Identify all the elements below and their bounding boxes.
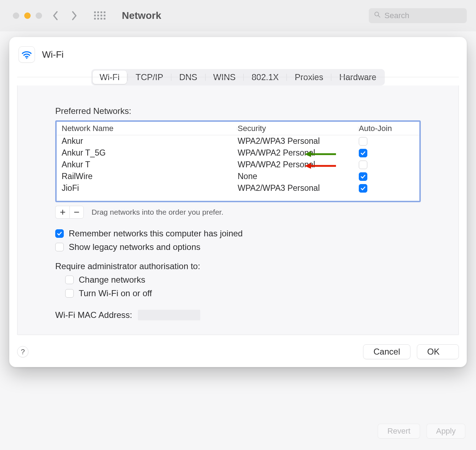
admin-change-networks-checkbox[interactable] bbox=[65, 276, 74, 284]
table-row[interactable]: RailWireNone bbox=[57, 171, 419, 182]
admin-auth-label: Require administrator authorisation to: bbox=[55, 261, 421, 271]
network-security: None bbox=[238, 172, 359, 181]
col-security[interactable]: Security bbox=[238, 124, 359, 133]
wifi-tab-pane: Preferred Networks: Network Name Securit… bbox=[17, 85, 459, 335]
search-icon bbox=[374, 11, 381, 20]
network-name: JioFi bbox=[62, 183, 238, 193]
tab-separator bbox=[128, 74, 128, 81]
svg-point-0 bbox=[375, 12, 379, 16]
tab-dns[interactable]: DNS bbox=[172, 70, 205, 84]
sheet-title: Wi-Fi bbox=[42, 49, 64, 60]
table-row[interactable]: Ankur T_5GWPA/WPA2 Personal bbox=[57, 147, 419, 159]
mac-address-value bbox=[138, 310, 200, 320]
network-name: Ankur bbox=[62, 136, 238, 146]
tab-tcpip[interactable]: TCP/IP bbox=[129, 70, 170, 84]
add-network-button[interactable] bbox=[55, 206, 69, 219]
table-row[interactable]: JioFiWPA2/WPA3 Personal bbox=[57, 182, 419, 194]
cancel-button[interactable]: Cancel bbox=[363, 344, 410, 359]
legacy-networks-checkbox[interactable] bbox=[55, 243, 64, 251]
tab-wins[interactable]: WINS bbox=[206, 70, 243, 84]
network-security: WPA/WPA2 Personal bbox=[238, 148, 359, 158]
tab-separator bbox=[205, 74, 206, 81]
col-network-name[interactable]: Network Name bbox=[62, 124, 238, 133]
network-name: Ankur T bbox=[62, 160, 238, 169]
minimize-traffic-light[interactable] bbox=[24, 12, 31, 19]
window-title: Network bbox=[122, 10, 161, 21]
table-row[interactable]: Ankur TWPA/WPA2 Personal bbox=[57, 159, 419, 171]
autojoin-checkbox[interactable] bbox=[359, 149, 367, 157]
apply-button[interactable]: Apply bbox=[426, 424, 465, 439]
tab-separator bbox=[171, 74, 171, 81]
back-button[interactable] bbox=[51, 9, 61, 22]
preferred-networks-label: Preferred Networks: bbox=[55, 106, 421, 116]
svg-point-2 bbox=[26, 57, 27, 59]
wifi-icon bbox=[19, 46, 35, 63]
tabs: Wi-FiTCP/IPDNSWINS802.1XProxiesHardware bbox=[91, 69, 385, 85]
tab-separator bbox=[286, 74, 287, 81]
admin-toggle-wifi-checkbox[interactable] bbox=[65, 289, 74, 298]
forward-button[interactable] bbox=[69, 9, 79, 22]
table-row[interactable]: AnkurWPA2/WPA3 Personal bbox=[57, 135, 419, 147]
drag-hint: Drag networks into the order you prefer. bbox=[92, 208, 223, 216]
admin-change-networks-label: Change networks bbox=[79, 275, 145, 285]
autojoin-checkbox[interactable] bbox=[359, 172, 367, 181]
mac-address-label: Wi-Fi MAC Address: bbox=[55, 310, 132, 320]
remember-networks-label: Remember networks this computer has join… bbox=[69, 229, 243, 239]
traffic-lights bbox=[13, 12, 42, 19]
all-prefs-icon[interactable] bbox=[94, 11, 105, 20]
tab-proxies[interactable]: Proxies bbox=[288, 70, 330, 84]
network-security: WPA/WPA2 Personal bbox=[238, 160, 359, 169]
bottom-buttons: Revert Apply bbox=[378, 424, 465, 439]
tab-separator bbox=[243, 74, 244, 81]
zoom-traffic-light[interactable] bbox=[36, 12, 42, 19]
wifi-advanced-sheet: Wi-Fi Wi-FiTCP/IPDNSWINS802.1XProxiesHar… bbox=[9, 37, 467, 367]
table-header: Network Name Security Auto-Join bbox=[57, 122, 419, 135]
tab-8021x[interactable]: 802.1X bbox=[244, 70, 286, 84]
search-field[interactable]: Search bbox=[369, 8, 467, 23]
network-name: RailWire bbox=[62, 172, 238, 181]
tab-hardware[interactable]: Hardware bbox=[332, 70, 383, 84]
network-security: WPA2/WPA3 Personal bbox=[238, 183, 359, 193]
svg-line-1 bbox=[378, 15, 380, 17]
network-name: Ankur T_5G bbox=[62, 148, 238, 158]
close-traffic-light[interactable] bbox=[13, 12, 19, 19]
autojoin-checkbox[interactable] bbox=[359, 184, 367, 193]
titlebar: Network Search bbox=[0, 0, 476, 31]
ok-button[interactable]: OK bbox=[417, 344, 459, 359]
help-button[interactable]: ? bbox=[17, 346, 29, 357]
autojoin-checkbox[interactable] bbox=[359, 137, 367, 146]
tab-wifi[interactable]: Wi-Fi bbox=[93, 70, 127, 84]
remove-network-button[interactable] bbox=[69, 206, 84, 219]
preferred-networks-table[interactable]: Network Name Security Auto-Join AnkurWPA… bbox=[55, 120, 421, 202]
admin-toggle-wifi-label: Turn Wi-Fi on or off bbox=[79, 288, 152, 298]
revert-button[interactable]: Revert bbox=[378, 424, 420, 439]
legacy-networks-label: Show legacy networks and options bbox=[69, 242, 201, 252]
search-placeholder: Search bbox=[384, 11, 409, 20]
remember-networks-checkbox[interactable] bbox=[55, 229, 64, 238]
tab-separator bbox=[331, 74, 331, 81]
autojoin-checkbox[interactable] bbox=[359, 161, 367, 169]
network-security: WPA2/WPA3 Personal bbox=[238, 136, 359, 146]
col-autojoin[interactable]: Auto-Join bbox=[359, 124, 416, 133]
